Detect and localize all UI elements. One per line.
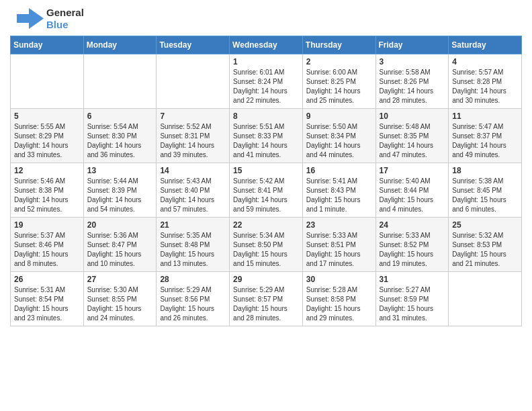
day-cell (157, 54, 230, 109)
day-info: Sunrise: 5:28 AM Sunset: 8:58 PM Dayligh… (306, 285, 372, 323)
day-info: Sunrise: 5:30 AM Sunset: 8:55 PM Dayligh… (87, 285, 153, 323)
day-number: 24 (380, 220, 445, 230)
day-info: Sunrise: 6:00 AM Sunset: 8:25 PM Dayligh… (306, 68, 372, 105)
day-cell (11, 54, 84, 109)
day-info: Sunrise: 5:31 AM Sunset: 8:54 PM Dayligh… (14, 285, 80, 323)
day-cell: 3Sunrise: 5:58 AM Sunset: 8:26 PM Daylig… (375, 54, 449, 109)
day-number: 26 (14, 275, 80, 284)
week-row-4: 19Sunrise: 5:37 AM Sunset: 8:46 PM Dayli… (11, 218, 522, 272)
day-cell: 24Sunrise: 5:33 AM Sunset: 8:52 PM Dayli… (375, 218, 449, 272)
day-cell: 27Sunrise: 5:30 AM Sunset: 8:55 PM Dayli… (83, 272, 157, 326)
day-cell: 10Sunrise: 5:48 AM Sunset: 8:35 PM Dayli… (375, 109, 449, 163)
day-info: Sunrise: 5:33 AM Sunset: 8:52 PM Dayligh… (380, 231, 445, 269)
day-cell: 21Sunrise: 5:35 AM Sunset: 8:48 PM Dayli… (157, 218, 230, 272)
day-info: Sunrise: 5:27 AM Sunset: 8:59 PM Dayligh… (380, 285, 445, 323)
day-cell: 19Sunrise: 5:37 AM Sunset: 8:46 PM Dayli… (11, 218, 84, 272)
header: GeneralBlue (10, 7, 522, 30)
day-number: 20 (87, 220, 153, 230)
day-number: 3 (380, 57, 445, 66)
week-row-5: 26Sunrise: 5:31 AM Sunset: 8:54 PM Dayli… (11, 272, 522, 326)
day-number: 31 (380, 275, 445, 284)
day-number: 27 (87, 275, 153, 284)
day-cell: 14Sunrise: 5:43 AM Sunset: 8:40 PM Dayli… (157, 163, 230, 218)
day-number: 19 (14, 220, 80, 230)
day-info: Sunrise: 5:48 AM Sunset: 8:35 PM Dayligh… (380, 122, 445, 160)
day-info: Sunrise: 5:51 AM Sunset: 8:33 PM Dayligh… (233, 122, 299, 160)
day-number: 21 (160, 220, 226, 230)
day-cell: 15Sunrise: 5:42 AM Sunset: 8:41 PM Dayli… (230, 163, 303, 218)
day-number: 14 (160, 166, 226, 175)
day-cell: 9Sunrise: 5:50 AM Sunset: 8:34 PM Daylig… (302, 109, 375, 163)
day-cell: 25Sunrise: 5:32 AM Sunset: 8:53 PM Dayli… (449, 218, 522, 272)
day-number: 11 (452, 111, 518, 121)
day-cell: 7Sunrise: 5:52 AM Sunset: 8:31 PM Daylig… (157, 109, 230, 163)
day-info: Sunrise: 5:44 AM Sunset: 8:39 PM Dayligh… (87, 177, 153, 214)
header-cell-monday: Monday (83, 36, 157, 54)
day-cell: 12Sunrise: 5:46 AM Sunset: 8:38 PM Dayli… (11, 163, 84, 218)
day-info: Sunrise: 5:29 AM Sunset: 8:57 PM Dayligh… (233, 285, 299, 323)
day-cell: 2Sunrise: 6:00 AM Sunset: 8:25 PM Daylig… (302, 54, 375, 109)
day-cell (449, 272, 522, 326)
day-cell: 1Sunrise: 6:01 AM Sunset: 8:24 PM Daylig… (230, 54, 303, 109)
header-cell-thursday: Thursday (302, 36, 375, 54)
day-info: Sunrise: 5:46 AM Sunset: 8:38 PM Dayligh… (14, 177, 80, 214)
day-cell: 18Sunrise: 5:38 AM Sunset: 8:45 PM Dayli… (449, 163, 522, 218)
header-cell-tuesday: Tuesday (157, 36, 230, 54)
day-info: Sunrise: 5:55 AM Sunset: 8:29 PM Dayligh… (14, 122, 80, 160)
week-row-1: 1Sunrise: 6:01 AM Sunset: 8:24 PM Daylig… (11, 54, 522, 109)
day-number: 18 (452, 166, 518, 175)
header-cell-wednesday: Wednesday (230, 36, 303, 54)
day-cell: 23Sunrise: 5:33 AM Sunset: 8:51 PM Dayli… (302, 218, 375, 272)
logo-blue-text: Blue (46, 19, 84, 30)
day-number: 1 (233, 57, 299, 66)
day-number: 30 (306, 275, 372, 284)
week-row-2: 5Sunrise: 5:55 AM Sunset: 8:29 PM Daylig… (11, 109, 522, 163)
day-number: 9 (306, 111, 372, 121)
day-info: Sunrise: 5:35 AM Sunset: 8:48 PM Dayligh… (160, 231, 226, 269)
day-number: 23 (306, 220, 372, 230)
week-row-3: 12Sunrise: 5:46 AM Sunset: 8:38 PM Dayli… (11, 163, 522, 218)
day-info: Sunrise: 5:38 AM Sunset: 8:45 PM Dayligh… (452, 177, 518, 214)
day-cell: 22Sunrise: 5:34 AM Sunset: 8:50 PM Dayli… (230, 218, 303, 272)
logo-general-text: General (46, 7, 84, 18)
logo-svg (10, 7, 44, 30)
day-number: 16 (306, 166, 372, 175)
day-info: Sunrise: 5:47 AM Sunset: 8:37 PM Dayligh… (452, 122, 518, 160)
day-cell: 6Sunrise: 5:54 AM Sunset: 8:30 PM Daylig… (83, 109, 157, 163)
day-number: 28 (160, 275, 226, 284)
day-number: 10 (380, 111, 445, 121)
day-info: Sunrise: 5:37 AM Sunset: 8:46 PM Dayligh… (14, 231, 80, 269)
day-info: Sunrise: 5:50 AM Sunset: 8:34 PM Dayligh… (306, 122, 372, 160)
day-cell (83, 54, 157, 109)
day-number: 2 (306, 57, 372, 66)
day-cell: 8Sunrise: 5:51 AM Sunset: 8:33 PM Daylig… (230, 109, 303, 163)
day-number: 6 (87, 111, 153, 121)
day-cell: 16Sunrise: 5:41 AM Sunset: 8:43 PM Dayli… (302, 163, 375, 218)
day-cell: 26Sunrise: 5:31 AM Sunset: 8:54 PM Dayli… (11, 272, 84, 326)
day-cell: 30Sunrise: 5:28 AM Sunset: 8:58 PM Dayli… (302, 272, 375, 326)
day-info: Sunrise: 5:41 AM Sunset: 8:43 PM Dayligh… (306, 177, 372, 214)
day-number: 12 (14, 166, 80, 175)
day-number: 8 (233, 111, 299, 121)
calendar-table: SundayMondayTuesdayWednesdayThursdayFrid… (10, 36, 522, 326)
day-number: 22 (233, 220, 299, 230)
day-info: Sunrise: 5:57 AM Sunset: 8:28 PM Dayligh… (452, 68, 518, 105)
day-number: 25 (452, 220, 518, 230)
day-number: 29 (233, 275, 299, 284)
day-info: Sunrise: 5:40 AM Sunset: 8:44 PM Dayligh… (380, 177, 445, 214)
day-cell: 11Sunrise: 5:47 AM Sunset: 8:37 PM Dayli… (449, 109, 522, 163)
day-cell: 28Sunrise: 5:29 AM Sunset: 8:56 PM Dayli… (157, 272, 230, 326)
day-number: 17 (380, 166, 445, 175)
header-cell-friday: Friday (375, 36, 449, 54)
day-info: Sunrise: 5:42 AM Sunset: 8:41 PM Dayligh… (233, 177, 299, 214)
day-number: 4 (452, 57, 518, 66)
day-number: 5 (14, 111, 80, 121)
day-cell: 17Sunrise: 5:40 AM Sunset: 8:44 PM Dayli… (375, 163, 449, 218)
day-cell: 20Sunrise: 5:36 AM Sunset: 8:47 PM Dayli… (83, 218, 157, 272)
header-row: SundayMondayTuesdayWednesdayThursdayFrid… (11, 36, 522, 54)
main-container: GeneralBlue SundayMondayTuesdayWednesday… (0, 0, 532, 336)
day-info: Sunrise: 5:36 AM Sunset: 8:47 PM Dayligh… (87, 231, 153, 269)
day-number: 13 (87, 166, 153, 175)
day-info: Sunrise: 5:33 AM Sunset: 8:51 PM Dayligh… (306, 231, 372, 269)
day-number: 7 (160, 111, 226, 121)
